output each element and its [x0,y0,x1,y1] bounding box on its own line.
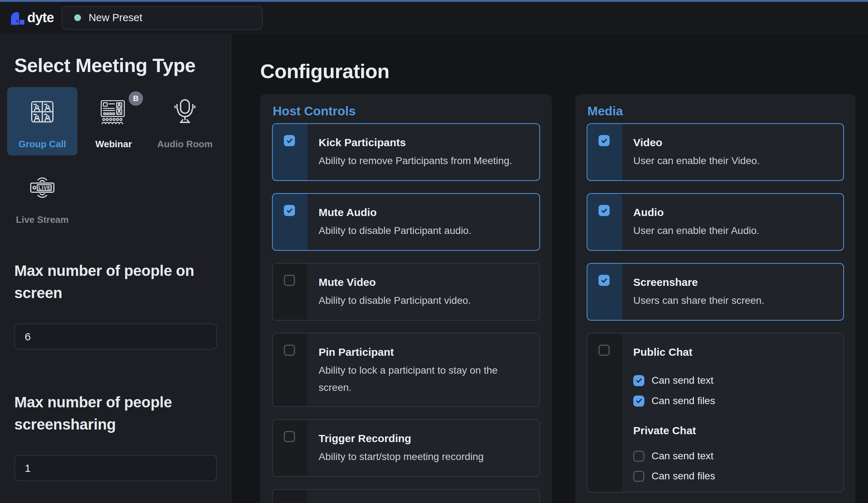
setting-card-public-chat[interactable]: Public Chat Can send text Can send files [587,333,844,493]
trigger-recording-checkbox[interactable] [284,431,295,442]
card-description: Ability to start/stop meeting recording [319,448,529,465]
setting-card-trigger-recording[interactable]: Trigger Recording Ability to start/stop … [272,419,540,477]
check-icon [600,137,608,145]
public-chat-can-send-files-row[interactable]: Can send files [633,395,833,407]
media-title: Media [587,104,844,119]
setting-card-video[interactable]: Video User can enable their Video. [587,123,844,181]
option-label: Can send text [652,450,714,462]
check-icon [286,207,294,215]
card-title: Kick Participants [319,136,529,149]
card-title: Screenshare [633,276,833,289]
card-title: Mute Audio [319,206,529,219]
private-chat-heading: Private Chat [633,424,833,437]
meeting-type-webinar[interactable]: B [78,87,149,155]
private-chat-can-send-text-checkbox[interactable] [633,451,644,462]
card-title: Mute Video [319,276,529,289]
meeting-type-label: Live Stream [16,214,68,225]
preset-name: New Preset [89,12,142,24]
main-content: Configuration Host Controls Kick Partici… [232,34,868,503]
dyte-logo-icon [9,10,25,26]
meeting-type-label: Webinar [95,139,132,150]
card-strip [273,334,307,406]
card-strip [587,194,622,250]
card-title: Pin Participant [319,345,529,359]
card-strip [587,334,622,492]
card-strip [587,264,622,320]
card-strip [273,194,307,250]
setting-card-partial[interactable] [272,489,540,503]
brand: dyte [9,10,54,26]
live-stream-icon: LIVE [27,172,58,203]
check-icon [600,277,608,284]
max-people-on-screen-label: Max number of people on screen [14,260,206,304]
meeting-type-audio-room[interactable]: Audio Room [150,87,220,155]
check-icon [600,207,608,215]
meeting-type-live-stream[interactable]: LIVE Live Stream [7,163,77,231]
card-description: User can enable their Video. [633,152,833,169]
app-screen: dyte New Preset Select Meeting Type [0,0,868,503]
sidebar-title: Select Meeting Type [14,54,230,76]
check-icon [286,137,294,145]
option-label: Can send text [652,375,714,386]
beta-badge: B [129,91,143,106]
preset-status-dot-icon [74,14,81,21]
public-chat-can-send-files-checkbox[interactable] [633,396,644,407]
private-chat-can-send-text-row[interactable]: Can send text [633,450,833,462]
card-title: Trigger Recording [319,432,529,445]
option-label: Can send files [652,470,715,482]
setting-card-pin-participant[interactable]: Pin Participant Ability to lock a partic… [272,333,540,407]
public-chat-can-send-text-checkbox[interactable] [633,375,644,386]
audio-room-icon [170,96,200,127]
option-label: Can send files [652,395,715,407]
card-title: Video [633,136,833,149]
check-icon [635,397,643,405]
kick-participants-checkbox[interactable] [284,135,295,146]
private-chat-can-send-files-row[interactable]: Can send files [633,470,833,482]
card-description: Ability to lock a participant to stay on… [319,362,529,396]
host-controls-title: Host Controls [273,104,540,119]
public-chat-checkbox[interactable] [598,345,610,356]
top-bar: dyte New Preset [0,2,868,34]
preset-name-box[interactable]: New Preset [62,6,263,30]
brand-name: dyte [27,10,54,25]
setting-card-kick-participants[interactable]: Kick Participants Ability to remove Part… [272,123,540,181]
meeting-type-label: Audio Room [157,139,213,150]
pin-participant-checkbox[interactable] [284,345,295,356]
meeting-type-label: Group Call [19,139,66,150]
check-icon [635,377,643,384]
card-title: Public Chat [633,345,833,359]
setting-card-audio[interactable]: Audio User can enable their Audio. [587,193,844,251]
meeting-type-tiles: Group Call B [7,87,222,231]
card-strip [273,124,307,180]
card-title: Audio [633,206,833,219]
card-description: Ability to remove Participants from Meet… [319,152,529,169]
group-call-icon [27,96,58,127]
max-people-on-screen-input[interactable] [14,324,217,350]
card-strip [587,124,622,180]
private-chat-can-send-files-checkbox[interactable] [633,471,644,482]
setting-card-screenshare[interactable]: Screenshare Users can share their screen… [587,263,844,321]
host-controls-panel: Host Controls Kick Participants Ability … [260,94,552,503]
setting-card-mute-video[interactable]: Mute Video Ability to disable Participan… [272,263,540,321]
card-description: User can enable their Audio. [633,222,833,239]
public-chat-can-send-text-row[interactable]: Can send text [633,375,833,386]
mute-audio-checkbox[interactable] [284,205,295,216]
page-title: Configuration [260,59,390,83]
card-description: Users can share their screen. [633,292,833,309]
setting-card-mute-audio[interactable]: Mute Audio Ability to disable Participan… [272,193,540,251]
card-description: Ability to disable Participant video. [319,292,529,309]
card-strip [273,490,307,503]
max-people-screensharing-label: Max number of people screensharing [14,391,206,436]
card-strip [273,264,307,320]
media-panel: Media Video User can enable their Video. [575,94,855,503]
mute-video-checkbox[interactable] [284,275,295,286]
card-description: Ability to disable Participant audio. [319,222,529,239]
max-people-screensharing-input[interactable] [14,455,217,481]
webinar-icon [98,96,129,127]
card-strip [273,420,307,476]
live-icon-text: LIVE [38,185,51,191]
video-checkbox[interactable] [598,135,610,146]
meeting-type-group-call[interactable]: Group Call [7,87,77,155]
audio-checkbox[interactable] [598,205,610,216]
screenshare-checkbox[interactable] [598,275,610,286]
